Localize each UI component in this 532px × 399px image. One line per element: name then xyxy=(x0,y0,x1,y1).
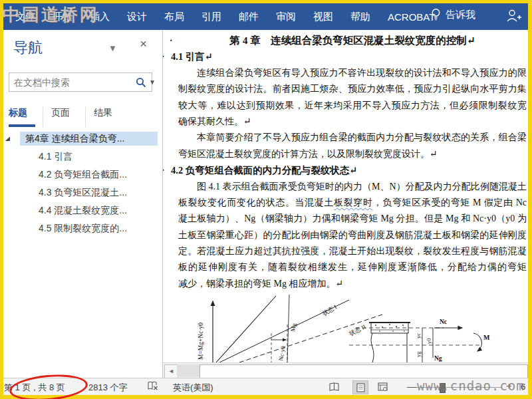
figure-ng-label: Ng xyxy=(434,355,442,362)
zoom-slider-track[interactable] xyxy=(418,387,501,388)
nav-heading-4-5[interactable]: 4.5 限制裂纹宽度的... xyxy=(3,219,162,237)
nav-item-label: 4.4 混凝土裂纹宽度... xyxy=(39,201,127,219)
paragraph-line: 凝土板轴力）、Ng（钢梁轴力）力偶和钢梁弯矩 Mg 分担。但是 Mg 和 Nc·… xyxy=(178,211,527,227)
read-mode-view-icon[interactable] xyxy=(327,380,342,393)
ribbon-tab-bar: 文件 开始 插入 设计 布局 引用 邮件 审阅 视图 帮助 ACROBAT 告诉… xyxy=(0,0,532,30)
grammar-wavy-underline: 板裂穿时 xyxy=(334,198,373,207)
word-count[interactable]: 2813 个字 xyxy=(88,382,128,394)
zoom-in-button[interactable]: ＋ xyxy=(504,380,513,392)
figure-mg-label: Mg xyxy=(289,323,297,332)
tell-me-box[interactable]: 告诉我 xyxy=(431,8,475,21)
frame-border-left xyxy=(0,0,3,399)
nav-item-label: 4.3 负弯矩区混凝土... xyxy=(39,184,127,201)
scroll-left-arrow-icon[interactable]: ◄ xyxy=(164,364,178,378)
ribbon-tab-references[interactable]: 引用 xyxy=(193,8,230,26)
nav-item-label: 4.1 引言 xyxy=(39,148,72,166)
paragraph-line: 弯矩区混凝土裂纹宽度的计算方法，以及限制裂纹宽度设计。↵ xyxy=(178,146,527,162)
figure-m-label: M xyxy=(483,334,490,341)
heading-4-2: ▪4.2 负弯矩组合截面的内力分配与裂纹状态↵ xyxy=(171,162,527,178)
paragraph-line: 土板至钢梁重心距）的分配比例由钢梁的弯曲刚度及钢筋混凝土板和钢梁的延伸刚度决 xyxy=(178,227,527,243)
frame-border-right xyxy=(528,0,532,399)
page-indicator[interactable]: 第 1 页 , 共 8 页 xyxy=(4,382,65,394)
nav-item-label: 第4章 连续组合梁负弯... xyxy=(25,130,124,148)
nav-search-box: ▼ xyxy=(9,72,152,92)
zoom-slider-handle[interactable] xyxy=(440,383,446,393)
nav-search-input[interactable] xyxy=(9,77,134,88)
web-layout-view-icon[interactable] xyxy=(375,380,390,393)
horizontal-scrollbar[interactable]: ◄ xyxy=(163,362,528,378)
zoom-percentage[interactable]: 6 xyxy=(521,382,525,392)
nav-heading-4-2[interactable]: 4.2 负弯矩组合截面... xyxy=(3,166,162,184)
paragraph-line: 定。若混凝土应力超过其抗拉强度，混凝土开始出现裂纹，裂纹发生程度与钢筋混凝土 xyxy=(178,243,527,259)
paragraph-line: 较大等，难以达到预期效果，近年来均采用不导入预应力方法，但必须限制裂纹宽度， xyxy=(178,98,527,114)
ribbon-tab-layout[interactable]: 布局 xyxy=(156,8,193,26)
figure-4-1: M=Mg+Nc·y0 状态 I Mg 状态 II Nc·y0 xyxy=(183,295,525,362)
document-text: ▪第 4 章 连续组合梁负弯矩区混凝土裂纹宽度的控制↵ ▪4.1 引言↵ 连续组… xyxy=(178,33,527,292)
paragraph-line: 制裂纹宽度的设计法。前者因施工烦杂、预应力效率低，预应力引起纵向水平剪力集中 xyxy=(178,81,527,97)
search-options-caret-icon[interactable]: ▼ xyxy=(149,78,156,86)
figure-nc-label: Nc xyxy=(440,319,447,325)
scrollbar-track[interactable] xyxy=(177,364,200,377)
status-bar: 第 1 页 , 共 8 页 2813 个字 英语(美国) — ＋ 6 xyxy=(0,378,532,396)
ribbon-tab-review[interactable]: 审阅 xyxy=(267,8,305,26)
ribbon-tabs: 文件 开始 插入 设计 布局 引用 邮件 审阅 视图 帮助 ACROBAT xyxy=(7,8,444,26)
chapter-title: ▪第 4 章 连续组合梁负弯矩区混凝土裂纹宽度的控制↵ xyxy=(178,33,527,49)
paragraph-line: 确保其耐久性。↵ xyxy=(178,114,527,130)
heading-mark: ▪ xyxy=(163,49,164,65)
frame-border-top xyxy=(0,0,532,3)
scrollbar-thumb[interactable] xyxy=(200,364,528,378)
nav-tabs: 标题 页面 结果 xyxy=(9,107,128,127)
ribbon-tab-insert[interactable]: 插入 xyxy=(81,8,118,26)
figure-state1-label: 状态 I xyxy=(321,303,338,317)
search-icon[interactable] xyxy=(136,77,146,88)
nav-options-caret-icon[interactable]: ▼ xyxy=(108,43,117,53)
heading-mark: ▪ xyxy=(170,33,172,49)
collapse-triangle-icon[interactable]: ◢ xyxy=(5,130,10,148)
nav-heading-chapter4[interactable]: ◢ 第4章 连续组合梁负弯... xyxy=(3,130,162,148)
print-layout-view-icon[interactable] xyxy=(352,380,368,394)
paragraph-line: 本章简要介绍了不导入预应力组合梁的截面内力分配与裂纹状态的关系，组合梁负 xyxy=(178,130,527,146)
figure-ncy0-label: Nc·y0 xyxy=(277,345,287,361)
figure-state2-label: 状态 II xyxy=(348,323,367,337)
nav-heading-4-4[interactable]: 4.4 混凝土裂纹宽度... xyxy=(3,201,162,219)
zoom-out-button[interactable]: — xyxy=(407,380,417,392)
figure-yc-label: yc xyxy=(415,333,422,338)
paragraph-line: 板裂纹变化而变化的状态。当混凝土板裂穿时，负弯矩区承受的弯矩 M 假定由 Nc（… xyxy=(178,195,527,211)
heading-mark: ▪ xyxy=(163,162,164,178)
paragraph-line: 图 4.1 表示组合截面承受负弯矩时的内力（M、N）分配及内力分配比例随混凝土 xyxy=(178,179,527,195)
nav-heading-4-1[interactable]: 4.1 引言 xyxy=(3,148,162,166)
nav-tab-headings[interactable]: 标题 xyxy=(9,107,35,127)
ribbon-tab-help[interactable]: 帮助 xyxy=(342,8,379,26)
nav-tab-results[interactable]: 结果 xyxy=(85,107,120,127)
figure-yg-label: yg xyxy=(415,351,422,357)
word-window: 文件 开始 插入 设计 布局 引用 邮件 审阅 视图 帮助 ACROBAT 告诉… xyxy=(0,0,532,399)
nav-item-label: 4.5 限制裂纹宽度的... xyxy=(39,219,127,237)
paragraph-line: 板的延伸刚度有关，随着裂纹相继发生，延伸刚度逐渐降低，分配给力偶的弯矩（Nc·y… xyxy=(178,259,527,275)
tell-me-label: 告诉我 xyxy=(446,9,475,21)
sign-in-person-icon[interactable] xyxy=(505,9,521,25)
document-page[interactable]: ▪第 4 章 连续组合梁负弯矩区混凝土裂纹宽度的控制↵ ▪4.1 引言↵ 连续组… xyxy=(163,30,529,362)
navigation-pane: 导航 ▼ × ▼ 标题 页面 结果 ◢ 第4章 连续组合梁负弯... 4.1 引… xyxy=(3,30,163,378)
heading-4-1: ▪4.1 引言↵ xyxy=(171,49,527,65)
ribbon-tab-file[interactable]: 文件 xyxy=(7,8,44,26)
nav-heading-4-3[interactable]: 4.3 负弯矩区混凝土... xyxy=(3,184,162,201)
nav-headings-list: ◢ 第4章 连续组合梁负弯... 4.1 引言 4.2 负弯矩组合截面... 4… xyxy=(3,130,162,237)
ribbon-tab-mailings[interactable]: 邮件 xyxy=(230,8,267,26)
ribbon-tab-home[interactable]: 开始 xyxy=(44,8,81,26)
nav-tab-pages[interactable]: 页面 xyxy=(43,107,78,127)
navigation-pane-title: 导航 xyxy=(13,38,43,58)
lightbulb-icon xyxy=(431,8,441,21)
nav-item-label: 4.2 负弯矩组合截面... xyxy=(39,166,127,184)
nav-close-icon[interactable]: × xyxy=(140,37,147,51)
figure-y0-label: y0 xyxy=(426,338,432,344)
ribbon-tab-design[interactable]: 设计 xyxy=(118,8,156,26)
ribbon-tab-view[interactable]: 视图 xyxy=(305,8,342,26)
paragraph-line: 减少，钢梁承担的弯矩 Mg 相应增加。↵ xyxy=(178,276,527,292)
language-indicator[interactable]: 英语(美国) xyxy=(173,382,213,394)
proofing-status-icon[interactable] xyxy=(148,381,158,393)
figure-axis-label: M=Mg+Nc·y0 xyxy=(198,323,204,360)
frame-border-bottom xyxy=(0,395,532,399)
paragraph-line: 连续组合梁负弯矩区有导入预应力不容许出现裂纹的设计法和不导入预应力的限 xyxy=(178,65,527,81)
